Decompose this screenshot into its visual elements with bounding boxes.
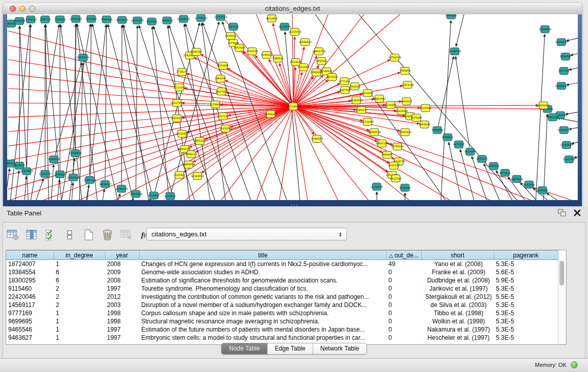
- table-cell[interactable]: 9115460: [6, 285, 54, 293]
- network-node[interactable]: 10719155: [116, 16, 128, 24]
- scrollbar-thumb[interactable]: [559, 261, 564, 286]
- table-cell[interactable]: Changes of HCN gene expression and I(f) …: [139, 260, 386, 269]
- network-node[interactable]: 18099489: [182, 161, 195, 168]
- node-table-grid[interactable]: namein_degreeyeartitle△out_de...shortpag…: [6, 250, 558, 342]
- network-node[interactable]: 8454749: [247, 48, 258, 55]
- table-row[interactable]: 946554611997Estimation of the future num…: [6, 325, 558, 334]
- network-node[interactable]: 10807487: [373, 95, 386, 102]
- row-height-icon[interactable]: [63, 228, 76, 242]
- table-cell[interactable]: Structural magnetic resonance image aver…: [139, 317, 386, 325]
- network-node[interactable]: 7857224: [228, 23, 239, 30]
- tab-edge-table[interactable]: Edge Table: [267, 343, 313, 354]
- tab-network-table[interactable]: Network Table: [313, 343, 366, 354]
- table-cell[interactable]: 5.3E-5: [494, 260, 558, 269]
- network-node[interactable]: 8938923: [442, 134, 453, 141]
- table-cell[interactable]: Investigating the contribution of common…: [139, 293, 386, 301]
- network-node[interactable]: 1170065: [210, 101, 221, 108]
- table-cell[interactable]: Tourette syndrome. Phenomenology and cla…: [139, 285, 386, 293]
- table-cell[interactable]: Franke et al. (2009): [421, 268, 494, 276]
- network-node[interactable]: 3769140: [54, 16, 66, 23]
- table-cell[interactable]: 5.3E-5: [494, 317, 558, 325]
- network-node[interactable]: 20364456: [350, 97, 363, 104]
- table-cell[interactable]: 0: [386, 309, 421, 317]
- table-cell[interactable]: 2008: [105, 276, 139, 285]
- network-node[interactable]: 7632621: [488, 163, 499, 170]
- network-node[interactable]: 1821021: [326, 74, 338, 81]
- column-header[interactable]: year: [105, 251, 139, 260]
- show-columns-icon[interactable]: [25, 228, 38, 242]
- table-cell[interactable]: 0: [386, 276, 421, 285]
- network-node[interactable]: 9575844: [410, 114, 422, 121]
- network-node[interactable]: 9245062: [537, 187, 548, 194]
- table-cell[interactable]: Genome-wide association studies in ADHD.: [139, 268, 386, 276]
- table-cell[interactable]: Tibbo et al. (1998): [421, 309, 494, 317]
- network-node[interactable]: 16961758: [313, 48, 325, 55]
- column-header[interactable]: title: [139, 251, 386, 260]
- network-node[interactable]: 9474444: [465, 148, 476, 155]
- table-cell[interactable]: 0: [386, 268, 421, 276]
- table-cell[interactable]: 22420046: [6, 293, 54, 301]
- network-node[interactable]: 7462662: [349, 83, 360, 90]
- network-node[interactable]: 18300295: [264, 111, 277, 118]
- network-node[interactable]: 9335406: [399, 184, 410, 191]
- network-node[interactable]: 11277523: [214, 14, 227, 20]
- network-node[interactable]: 9634508: [14, 17, 25, 25]
- table-cell[interactable]: 1997: [105, 334, 139, 342]
- table-row[interactable]: 969969511998Structural magnetic resonanc…: [6, 317, 558, 325]
- network-node[interactable]: 20206556: [48, 156, 60, 163]
- tab-node-table[interactable]: Node Table: [222, 343, 267, 354]
- network-node[interactable]: 7386372: [356, 106, 367, 114]
- network-node[interactable]: 7955812: [316, 57, 327, 64]
- network-node[interactable]: 11675391: [562, 156, 575, 163]
- window-titlebar[interactable]: citations_edges.txt: [3, 3, 582, 15]
- network-node[interactable]: 6497568: [339, 86, 351, 94]
- network-node[interactable]: 8267130: [217, 113, 229, 120]
- network-node[interactable]: 1562815: [298, 64, 309, 71]
- network-node[interactable]: 2055724: [39, 16, 51, 23]
- column-header[interactable]: short: [421, 251, 494, 260]
- network-node[interactable]: 19958107: [99, 181, 112, 188]
- table-cell[interactable]: Stergiakouli et al. (2012): [421, 293, 494, 301]
- table-cell[interactable]: Jankovic et al. (1997): [421, 285, 494, 293]
- table-cell[interactable]: 0: [386, 293, 421, 301]
- table-cell[interactable]: 49: [386, 260, 421, 269]
- table-cell[interactable]: Hescheler et al. (1997): [421, 334, 494, 342]
- network-node[interactable]: 9498222: [186, 150, 197, 158]
- column-header[interactable]: pagerank: [494, 251, 558, 260]
- table-cell[interactable]: 9465546: [6, 325, 54, 334]
- network-node[interactable]: 15892971: [557, 126, 570, 134]
- table-cell[interactable]: 0: [386, 325, 421, 334]
- table-cell[interactable]: 0: [386, 301, 421, 309]
- table-cell[interactable]: 1997: [105, 325, 139, 334]
- table-cell[interactable]: 6: [54, 276, 105, 285]
- table-cell[interactable]: Yano et al. (2008): [421, 260, 494, 269]
- network-node[interactable]: 1527602: [85, 15, 97, 23]
- network-node[interactable]: 19054925: [170, 115, 183, 122]
- table-cell[interactable]: 9699695: [6, 317, 54, 325]
- network-node[interactable]: 14353594: [219, 125, 232, 132]
- table-cell[interactable]: 2: [54, 285, 105, 293]
- network-node[interactable]: 9484067: [381, 151, 393, 158]
- table-cell[interactable]: 5.5E-5: [494, 293, 558, 301]
- table-row[interactable]: 2242004622012Investigating the contribut…: [6, 293, 558, 301]
- network-node[interactable]: 11325419: [289, 28, 301, 35]
- network-node[interactable]: 19654923: [399, 128, 411, 136]
- network-node[interactable]: 11054846: [538, 26, 551, 33]
- table-cell[interactable]: Corpus callosum shape and size in male p…: [139, 309, 386, 317]
- network-node[interactable]: 2803144: [215, 75, 226, 82]
- table-cell[interactable]: 5.3E-5: [494, 309, 558, 317]
- table-cell[interactable]: 9777169: [6, 309, 54, 317]
- table-cell[interactable]: 5.9E-5: [494, 276, 558, 285]
- delete-column-icon[interactable]: [101, 228, 114, 242]
- table-cell[interactable]: 6: [54, 268, 105, 276]
- network-node[interactable]: 19756928: [391, 143, 404, 150]
- table-cell[interactable]: 1998: [105, 317, 139, 325]
- network-node[interactable]: 10944529: [510, 176, 523, 183]
- network-node[interactable]: 9152589: [524, 181, 535, 188]
- network-node[interactable]: 12095822: [555, 82, 568, 90]
- network-node[interactable]: 7625402: [174, 171, 185, 179]
- network-node[interactable]: 9154546: [225, 32, 236, 39]
- table-cell[interactable]: Estimation of significance thresholds fo…: [139, 276, 386, 285]
- network-node[interactable]: 14136141: [371, 183, 383, 190]
- network-node[interactable]: 9115460: [420, 104, 431, 112]
